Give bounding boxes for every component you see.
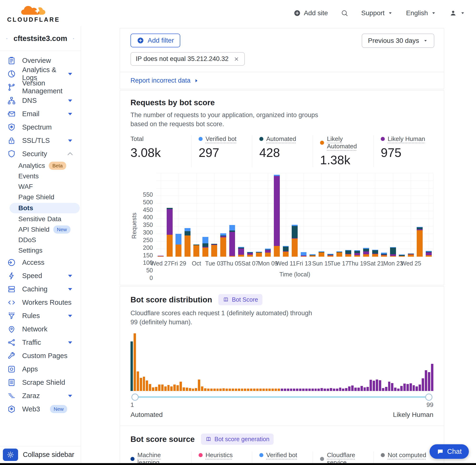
- sidebar-item-bots[interactable]: Bots: [10, 203, 80, 213]
- close-icon[interactable]: [233, 56, 240, 62]
- histogram-bar-score-35: [235, 389, 237, 391]
- histogram-bar-score-21: [192, 389, 194, 391]
- language-menu[interactable]: English: [406, 9, 436, 17]
- histogram-bar-score-38: [244, 389, 246, 391]
- histogram-bar-score-13: [167, 385, 170, 391]
- bot-score-docs-badge[interactable]: Bot Score: [218, 294, 262, 305]
- stat-label[interactable]: Not computed: [388, 451, 426, 459]
- histogram-bar-score-4: [140, 378, 142, 391]
- stat-label[interactable]: Likely Human: [388, 135, 425, 143]
- gear-icon: [7, 451, 14, 459]
- cloudflare-logo[interactable]: CLOUDFLARE: [7, 3, 60, 23]
- chevron-down-icon: [66, 271, 74, 280]
- sidebar-item-custom-pages[interactable]: Custom Pages: [0, 349, 81, 362]
- sidebar-item-overview[interactable]: Overview: [0, 54, 81, 67]
- sidebar-item-web3[interactable]: Web3New: [0, 402, 81, 416]
- score-range-slider[interactable]: [133, 396, 431, 398]
- bolt-icon: [7, 271, 16, 280]
- sidebar-item-label: Speed: [22, 272, 42, 280]
- back-arrow-icon[interactable]: [6, 34, 8, 43]
- stat-label[interactable]: Verified bot: [266, 451, 297, 459]
- account-menu[interactable]: [449, 9, 465, 17]
- chart-bar-slot: [424, 173, 433, 257]
- sidebar-item-label: Page Shield: [18, 193, 54, 201]
- x-tick: Oct: [192, 260, 201, 267]
- settings-gear-button[interactable]: [3, 449, 18, 461]
- collapse-sidebar-row: Collapse sidebar: [0, 446, 81, 463]
- histogram-bar-score-71: [345, 388, 348, 391]
- sidebar-item-dns[interactable]: DNS: [0, 94, 81, 107]
- bar-segment-likely-automated: [167, 235, 173, 257]
- sidebar-item-email[interactable]: Email: [0, 107, 81, 120]
- sidebar-item-analytics[interactable]: AnalyticsBeta: [0, 160, 81, 171]
- chart-bar-slot: [281, 173, 290, 257]
- histogram-bar-score-80: [373, 381, 375, 391]
- stat-label[interactable]: Likely Automated: [327, 135, 366, 150]
- chevron-down-icon: [66, 96, 74, 105]
- add-filter-button[interactable]: Add filter: [130, 33, 180, 47]
- sidebar-item-sensitive-data[interactable]: Sensitive Data: [0, 214, 81, 224]
- slider-handle-min[interactable]: [131, 394, 138, 401]
- search-icon: [341, 9, 348, 17]
- sidebar-item-caching[interactable]: Caching: [0, 282, 81, 296]
- histogram-bar-score-24: [201, 386, 203, 391]
- sidebar-item-speed[interactable]: Speed: [0, 269, 81, 282]
- sidebar-item-scrape-shield[interactable]: Scrape Shield: [0, 376, 81, 389]
- bar-segment-automated: [372, 250, 378, 254]
- sidebar-item-label: Zaraz: [22, 392, 40, 400]
- sidebar-item-label: Events: [18, 172, 39, 180]
- sidebar-item-settings[interactable]: Settings: [0, 245, 81, 256]
- sidebar-item-label: Bots: [18, 204, 33, 212]
- stat-automated: Automated428: [252, 135, 313, 167]
- sidebar-item-version-management[interactable]: Version Management: [0, 81, 81, 94]
- stat-label[interactable]: Verified bot: [205, 135, 236, 143]
- sidebar-item-page-shield[interactable]: Page Shield: [0, 192, 81, 202]
- histogram-bar-score-56: [299, 389, 301, 391]
- histogram-bar-score-77: [364, 387, 366, 391]
- sidebar-item-apps[interactable]: Apps: [0, 362, 81, 376]
- sidebar-item-ddos[interactable]: DDoS: [0, 235, 81, 245]
- histogram-bar-score-91: [406, 384, 409, 391]
- sidebar-item-network[interactable]: Network: [0, 322, 81, 336]
- report-incorrect-data-link[interactable]: Report incorrect data: [130, 77, 190, 84]
- bar-segment-likely-automated: [309, 255, 316, 257]
- caret-right-icon[interactable]: [73, 34, 74, 43]
- add-site-label: Add site: [304, 9, 328, 17]
- sidebar-item-events[interactable]: Events: [0, 171, 81, 181]
- sidebar-item-api-shield[interactable]: API ShieldNew: [0, 224, 81, 235]
- sidebar-item-security[interactable]: Security: [0, 147, 81, 160]
- chat-button[interactable]: Chat: [430, 444, 469, 459]
- histogram-bar-score-12: [164, 386, 167, 391]
- x-axis-title: Time (local): [156, 271, 433, 278]
- search-button[interactable]: [341, 9, 348, 17]
- sidebar-item-workers-routes[interactable]: Workers Routes: [0, 296, 81, 309]
- bot-score-generation-badge[interactable]: Bot score generation: [201, 433, 274, 445]
- histogram-bar-score-36: [238, 389, 240, 391]
- sidebar-item-traffic[interactable]: Traffic: [0, 336, 81, 349]
- histogram-bar-score-98: [428, 372, 430, 391]
- sidebar-item-waf[interactable]: WAF: [0, 181, 81, 192]
- stat-label[interactable]: Heuristics: [205, 451, 233, 459]
- sidebar-item-rules[interactable]: Rules: [0, 309, 81, 322]
- bar-segment-likely-automated: [185, 235, 190, 257]
- sidebar-item-label: Overview: [22, 57, 51, 64]
- date-range-dropdown[interactable]: Previous 30 days: [362, 33, 434, 48]
- bar-segment-likely-automated: [363, 254, 369, 257]
- support-menu[interactable]: Support: [361, 9, 393, 17]
- sidebar-item-analytics-logs[interactable]: Analytics & Logs: [0, 67, 81, 81]
- sidebar-item-spectrum[interactable]: Spectrum: [0, 120, 81, 134]
- histogram-bar-score-26: [207, 389, 210, 391]
- collapse-sidebar-button[interactable]: Collapse sidebar: [23, 451, 74, 459]
- histogram-bar-score-2: [134, 333, 136, 391]
- slider-handle-max[interactable]: [425, 394, 433, 401]
- bar-segment-automated: [345, 251, 351, 254]
- sidebar-item-zaraz[interactable]: Zaraz: [0, 389, 81, 402]
- y-tick: 450: [143, 206, 153, 213]
- sidebar-item-access[interactable]: Access: [0, 256, 81, 269]
- add-site-button[interactable]: Add site: [293, 9, 328, 17]
- stat-label[interactable]: Automated: [266, 135, 296, 143]
- chevron-down-icon: [66, 311, 74, 320]
- sidebar-item-ssl-tls[interactable]: SSL/TLS: [0, 134, 81, 147]
- chart-bar-slot: [174, 173, 183, 257]
- shield-icon: [7, 149, 16, 158]
